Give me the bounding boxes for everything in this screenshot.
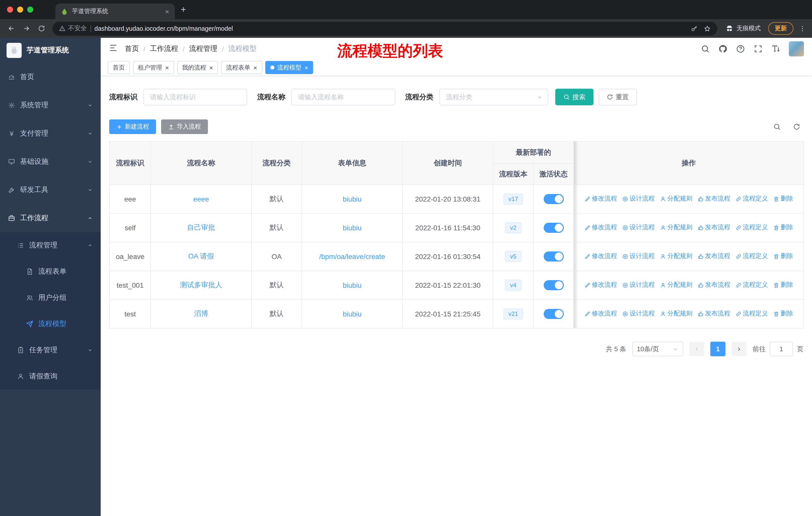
window-close-button[interactable] [7, 6, 13, 12]
edit-process-link[interactable]: 修改流程 [584, 252, 617, 261]
edit-process-link[interactable]: 修改流程 [584, 195, 617, 203]
github-icon[interactable] [718, 44, 727, 53]
edit-process-link[interactable]: 修改流程 [584, 310, 617, 318]
tab-close-icon[interactable]: × [165, 8, 169, 15]
edit-process-link[interactable]: 修改流程 [584, 223, 617, 232]
address-bar[interactable]: 不安全 dashboard.yudao.iocoder.cn/bpm/manag… [52, 21, 717, 35]
update-button[interactable]: 更新 [768, 22, 793, 35]
assign-rule-link[interactable]: 分配规则 [660, 281, 692, 290]
window-minimize-button[interactable] [17, 6, 23, 12]
prev-page-button[interactable] [689, 342, 704, 356]
design-process-link[interactable]: 设计流程 [622, 281, 655, 290]
security-status[interactable]: 不安全 [59, 24, 87, 33]
process-category-select[interactable]: 流程分类 [439, 89, 548, 105]
back-button[interactable] [4, 21, 18, 35]
fullscreen-icon[interactable] [754, 44, 763, 53]
active-toggle[interactable] [544, 194, 563, 204]
sidebar-item[interactable]: 流程管理 [0, 232, 101, 259]
process-definition-link[interactable]: 流程定义 [735, 195, 768, 203]
page-size-select[interactable]: 10条/页 [632, 342, 683, 356]
next-page-button[interactable] [731, 342, 747, 356]
form-link[interactable]: biubiu [343, 195, 362, 203]
new-tab-button[interactable]: + [181, 5, 186, 14]
process-name-link[interactable]: OA 请假 [188, 252, 214, 260]
bookmark-star-icon[interactable] [704, 25, 711, 32]
process-name-link[interactable]: 滔博 [194, 309, 208, 318]
tag-close-icon[interactable]: × [304, 64, 308, 71]
sidebar-item[interactable]: 首页 [0, 63, 101, 91]
sidebar-item[interactable]: 研发工具 [0, 176, 101, 204]
tab-tag[interactable]: 首页 [108, 61, 130, 74]
active-toggle[interactable] [544, 309, 563, 319]
assign-rule-link[interactable]: 分配规则 [660, 310, 692, 318]
form-link[interactable]: biubiu [343, 310, 362, 318]
reload-button[interactable] [34, 21, 48, 35]
tag-close-icon[interactable]: × [209, 64, 213, 71]
sidebar-item[interactable]: 任务管理 [0, 337, 101, 363]
assign-rule-link[interactable]: 分配规则 [660, 195, 692, 203]
forward-button[interactable] [19, 21, 33, 35]
design-process-link[interactable]: 设计流程 [622, 252, 655, 261]
sidebar-item[interactable]: ¥支付管理 [0, 119, 101, 147]
breadcrumb-item[interactable]: 工作流程 [150, 44, 178, 53]
sidebar-item[interactable]: 基础设施 [0, 147, 101, 176]
sidebar-item[interactable]: 工作流程 [0, 204, 101, 232]
sidebar-item[interactable]: 请假查询 [0, 363, 101, 389]
tab-tag[interactable]: 租户管理× [133, 61, 174, 74]
breadcrumb-item[interactable]: 流程管理 [189, 44, 218, 53]
tag-close-icon[interactable]: × [253, 64, 257, 71]
delete-link[interactable]: 删除 [773, 223, 793, 232]
create-process-button[interactable]: 新建流程 [109, 119, 156, 134]
browser-menu-button[interactable] [797, 25, 808, 32]
assign-rule-link[interactable]: 分配规则 [660, 252, 692, 261]
edit-process-link[interactable]: 修改流程 [584, 281, 617, 290]
active-toggle[interactable] [544, 223, 563, 233]
search-button[interactable]: 搜索 [555, 89, 593, 105]
process-definition-link[interactable]: 流程定义 [735, 281, 768, 290]
sidebar-item[interactable]: 流程表单 [0, 259, 101, 285]
assign-rule-link[interactable]: 分配规则 [660, 223, 692, 232]
process-id-input[interactable] [143, 89, 247, 105]
search-icon[interactable] [701, 44, 710, 53]
sidebar-item[interactable]: 流程模型 [0, 311, 101, 337]
publish-process-link[interactable]: 发布流程 [697, 310, 730, 318]
process-definition-link[interactable]: 流程定义 [735, 310, 768, 318]
app-logo[interactable]: 芋道管理系统 [0, 38, 101, 63]
tag-close-icon[interactable]: × [165, 64, 169, 71]
table-refresh-icon[interactable] [793, 123, 801, 131]
design-process-link[interactable]: 设计流程 [622, 310, 655, 318]
design-process-link[interactable]: 设计流程 [622, 195, 655, 203]
process-definition-link[interactable]: 流程定义 [735, 223, 768, 232]
process-definition-link[interactable]: 流程定义 [735, 252, 768, 261]
active-toggle[interactable] [544, 280, 563, 290]
font-size-icon[interactable] [771, 44, 780, 53]
publish-process-link[interactable]: 发布流程 [697, 281, 730, 290]
delete-link[interactable]: 删除 [773, 310, 793, 318]
import-process-button[interactable]: 导入流程 [161, 119, 208, 134]
window-zoom-button[interactable] [27, 6, 33, 12]
reset-button[interactable]: 重置 [599, 89, 637, 105]
process-name-link[interactable]: 测试多审批人 [180, 281, 222, 289]
browser-tab[interactable]: 芋道管理系统 × [55, 3, 175, 19]
tab-tag[interactable]: 流程模型× [265, 61, 313, 74]
delete-link[interactable]: 删除 [773, 252, 793, 261]
delete-link[interactable]: 删除 [773, 281, 793, 290]
sidebar-item[interactable]: 用户分组 [0, 285, 101, 311]
key-icon[interactable] [691, 25, 698, 32]
publish-process-link[interactable]: 发布流程 [697, 195, 730, 203]
form-link[interactable]: biubiu [343, 224, 362, 232]
table-zoom-icon[interactable] [773, 123, 781, 131]
publish-process-link[interactable]: 发布流程 [697, 223, 730, 232]
goto-page-input[interactable] [770, 342, 793, 356]
help-icon[interactable] [736, 44, 745, 53]
process-name-link[interactable]: 自己审批 [187, 223, 215, 231]
user-avatar[interactable] [789, 41, 804, 56]
breadcrumb-item[interactable]: 首页 [125, 44, 139, 53]
process-name-link[interactable]: eeee [193, 195, 209, 203]
sidebar-collapse-button[interactable] [109, 43, 118, 54]
tab-tag[interactable]: 我的流程× [177, 61, 218, 74]
design-process-link[interactable]: 设计流程 [622, 223, 655, 232]
delete-link[interactable]: 删除 [773, 195, 793, 203]
active-toggle[interactable] [544, 251, 563, 262]
form-link[interactable]: /bpm/oa/leave/create [319, 252, 385, 261]
